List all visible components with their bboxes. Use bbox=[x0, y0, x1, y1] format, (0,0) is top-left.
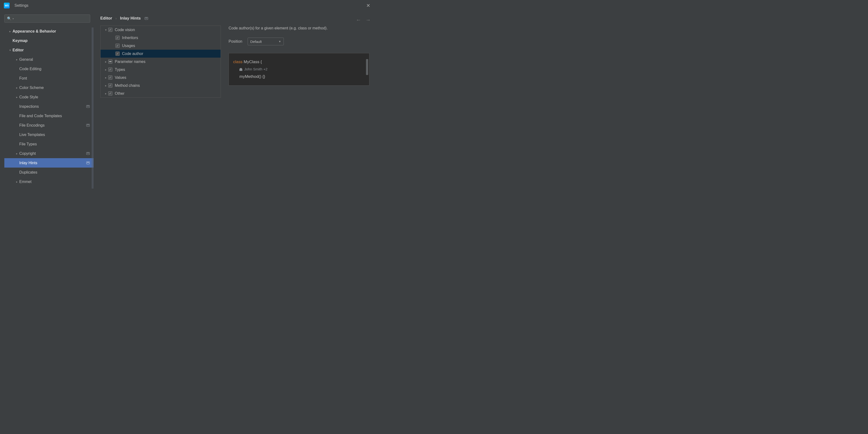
search-input[interactable]: 🔍 ▾ bbox=[4, 14, 90, 23]
sidebar-item-label: File Types bbox=[19, 142, 90, 146]
sidebar-item-label: Color Scheme bbox=[19, 86, 90, 90]
breadcrumb: Editor › Inlay Hints bbox=[100, 16, 369, 21]
chevron-down-icon: ▾ bbox=[103, 28, 108, 32]
tree-row[interactable]: ▸Parameter names bbox=[100, 58, 221, 66]
sidebar-item-label: Duplicates bbox=[19, 170, 90, 175]
checkbox[interactable] bbox=[116, 52, 120, 56]
sidebar-item[interactable]: ▸Appearance & Behavior bbox=[4, 27, 94, 36]
sidebar-item-label: File Encodings bbox=[19, 123, 86, 128]
chevron-right-icon: ▸ bbox=[103, 60, 108, 63]
sidebar-item[interactable]: Keymap bbox=[4, 36, 94, 45]
settings-sidebar: 🔍 ▾ ▸Appearance & BehaviorKeymap▾Editor▸… bbox=[0, 11, 94, 189]
tree-row[interactable]: Inheritors bbox=[100, 34, 221, 42]
sidebar-item[interactable]: ▸Color Scheme bbox=[4, 83, 94, 92]
sidebar-item[interactable]: File Encodings bbox=[4, 121, 94, 130]
sidebar-item[interactable]: ▸Emmet bbox=[4, 177, 94, 186]
position-value: Default bbox=[250, 39, 262, 44]
sidebar-item[interactable]: ▸Copyright bbox=[4, 149, 94, 158]
breadcrumb-part-inlay-hints: Inlay Hints bbox=[120, 16, 141, 21]
chevron-right-icon: › bbox=[116, 17, 117, 20]
chevron-right-icon: ▸ bbox=[103, 68, 108, 71]
chevron-down-icon: ▾ bbox=[8, 49, 12, 52]
close-icon[interactable]: ✕ bbox=[364, 2, 372, 9]
person-icon bbox=[240, 68, 242, 71]
checkbox[interactable] bbox=[108, 75, 112, 80]
chevron-right-icon: ▸ bbox=[14, 58, 19, 61]
tree-row-label: Other bbox=[115, 91, 124, 96]
checkbox[interactable] bbox=[108, 28, 112, 32]
chevron-right-icon: ▸ bbox=[103, 92, 108, 95]
checkbox[interactable] bbox=[116, 36, 120, 40]
settings-nav: ▸Appearance & BehaviorKeymap▾Editor▸Gene… bbox=[4, 27, 94, 186]
code-preview: class MyClass { John Smith +2 myMethod()… bbox=[228, 53, 369, 86]
checkbox[interactable] bbox=[108, 60, 112, 64]
chevron-right-icon: ▸ bbox=[14, 95, 19, 99]
tree-row-label: Inheritors bbox=[122, 36, 138, 40]
scheme-badge-icon bbox=[86, 161, 90, 164]
scrollbar[interactable] bbox=[366, 59, 368, 75]
checkbox[interactable] bbox=[108, 91, 112, 95]
position-select[interactable]: Default ▼ bbox=[248, 38, 284, 45]
tree-row[interactable]: Code author bbox=[100, 50, 221, 58]
code-method: myMethod() {} bbox=[233, 73, 365, 81]
scrollbar[interactable] bbox=[92, 28, 94, 189]
checkbox[interactable] bbox=[116, 44, 120, 48]
sidebar-item[interactable]: File and Code Templates bbox=[4, 111, 94, 121]
code-brace: { bbox=[260, 60, 262, 64]
sidebar-item-label: Emmet bbox=[19, 180, 90, 184]
tree-row[interactable]: ▸Values bbox=[100, 73, 221, 82]
tree-row-label: Types bbox=[115, 67, 125, 72]
hints-tree: ▾Code visionInheritorsUsagesCode author▸… bbox=[100, 26, 221, 98]
sidebar-item[interactable]: Duplicates bbox=[4, 167, 94, 177]
tree-row[interactable]: ▸Method chains bbox=[100, 82, 221, 89]
sidebar-item[interactable]: ▸General bbox=[4, 55, 94, 64]
checkbox[interactable] bbox=[108, 84, 112, 88]
tree-row[interactable]: ▾Code vision bbox=[100, 26, 221, 34]
chevron-right-icon: ▸ bbox=[103, 84, 108, 87]
chevron-right-icon: ▸ bbox=[14, 152, 19, 155]
chevron-right-icon: ▸ bbox=[14, 180, 19, 184]
sidebar-item-label: Keymap bbox=[12, 38, 90, 43]
sidebar-item-label: Copyright bbox=[19, 151, 86, 156]
breadcrumb-part-editor[interactable]: Editor bbox=[100, 16, 112, 21]
sidebar-item-label: Inlay Hints bbox=[19, 161, 86, 165]
code-keyword: class bbox=[233, 60, 243, 64]
checkbox[interactable] bbox=[108, 67, 112, 72]
window-title: Settings bbox=[14, 3, 28, 8]
sidebar-item[interactable]: ▸Code Style bbox=[4, 92, 94, 102]
tree-row-label: Usages bbox=[122, 44, 135, 48]
sidebar-item-label: Editor bbox=[12, 48, 90, 52]
tree-row[interactable]: ▸Other bbox=[100, 89, 221, 97]
scheme-badge-icon bbox=[86, 124, 90, 127]
tree-row-label: Values bbox=[115, 75, 126, 80]
position-label: Position bbox=[228, 39, 242, 44]
code-author-hint: John Smith +2 bbox=[244, 66, 268, 73]
chevron-right-icon: ▸ bbox=[14, 86, 19, 89]
sidebar-item[interactable]: ▾Editor bbox=[4, 45, 94, 55]
tree-row-label: Method chains bbox=[115, 84, 140, 88]
sidebar-item[interactable]: Inspections bbox=[4, 102, 94, 111]
settings-main: Editor › Inlay Hints ← → ▾Code visionInh… bbox=[94, 11, 376, 189]
sidebar-item-label: Font bbox=[19, 76, 90, 81]
sidebar-item[interactable]: Code Editing bbox=[4, 64, 94, 73]
forward-icon[interactable]: → bbox=[366, 17, 371, 23]
scheme-badge-icon bbox=[145, 17, 148, 20]
tree-row[interactable]: ▸Types bbox=[100, 66, 221, 73]
hint-description: Code author(s) for a given element (e.g.… bbox=[228, 26, 369, 30]
sidebar-item-label: File and Code Templates bbox=[19, 114, 90, 118]
sidebar-item-label: Appearance & Behavior bbox=[12, 29, 90, 33]
back-icon[interactable]: ← bbox=[356, 17, 361, 23]
title-bar: WS Settings ✕ bbox=[0, 0, 376, 11]
sidebar-item[interactable]: Live Templates bbox=[4, 130, 94, 140]
chevron-right-icon: ▸ bbox=[8, 30, 12, 33]
sidebar-item[interactable]: Font bbox=[4, 73, 94, 83]
tree-row-label: Code author bbox=[122, 52, 143, 56]
sidebar-item-label: Inspections bbox=[19, 104, 86, 109]
tree-row[interactable]: Usages bbox=[100, 42, 221, 50]
code-classname: MyClass bbox=[244, 60, 259, 64]
scheme-badge-icon bbox=[86, 152, 90, 155]
app-icon: WS bbox=[4, 3, 10, 8]
sidebar-item[interactable]: Inlay Hints bbox=[4, 158, 94, 167]
sidebar-item[interactable]: File Types bbox=[4, 140, 94, 149]
sidebar-item-label: Code Style bbox=[19, 95, 90, 99]
